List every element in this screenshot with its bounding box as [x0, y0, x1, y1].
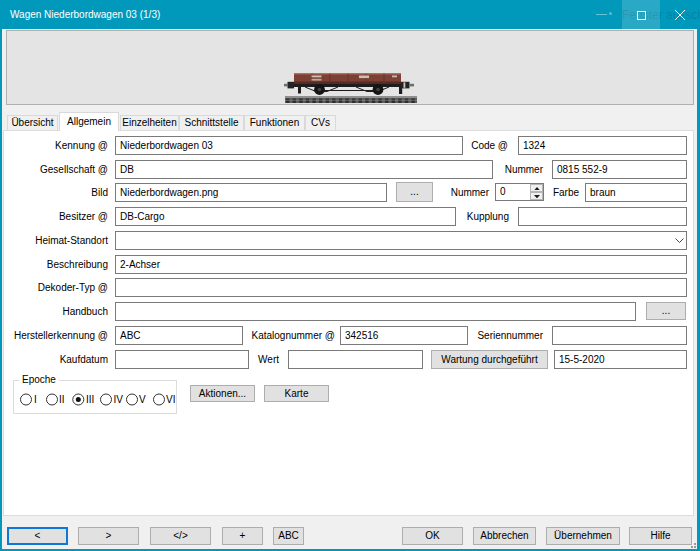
svg-text:IV: IV	[114, 394, 124, 405]
svg-text:II: II	[59, 394, 65, 405]
svg-text:I: I	[34, 394, 37, 405]
svg-text:VI: VI	[166, 394, 175, 405]
svg-text:V: V	[139, 394, 146, 405]
svg-text:III: III	[86, 394, 94, 405]
